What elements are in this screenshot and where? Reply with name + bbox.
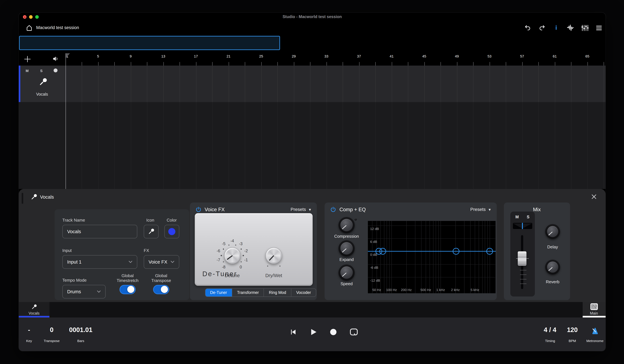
ruler-tick: [82, 62, 82, 65]
tempo-mode-label: Tempo Mode: [62, 278, 87, 283]
loop-button[interactable]: [349, 327, 359, 337]
playhead[interactable]: [65, 53, 66, 189]
ruler-tick: [277, 62, 278, 65]
expand-knob[interactable]: [338, 240, 355, 257]
voice-fx-presets-button[interactable]: Presets▼: [290, 207, 312, 212]
global-timestretch-toggle[interactable]: [120, 285, 136, 294]
track-color-button[interactable]: [164, 225, 179, 238]
vocals-tab-label: Vocals: [19, 311, 50, 315]
track-lane[interactable]: M S Vocals: [19, 65, 606, 102]
eq-freq-label: 100 Hz: [386, 288, 397, 291]
global-transpose-toggle[interactable]: [153, 285, 169, 294]
bars-value[interactable]: 0001.01: [69, 326, 93, 334]
detune-knob[interactable]: [224, 247, 240, 264]
volume-fader-handle[interactable]: [518, 251, 526, 266]
ruler-tick: [245, 62, 245, 65]
ruler-tick: [180, 62, 180, 65]
delay-knob[interactable]: [545, 224, 560, 239]
ruler-tick: [98, 62, 98, 65]
track-color-stripe: [19, 65, 20, 102]
active-tab-indicator: [19, 316, 50, 317]
pan-control[interactable]: [513, 223, 532, 229]
transport-footer: - Key 0 Transpose 0001.01 Bars 4 / 4 Tim…: [19, 317, 606, 351]
tab-main[interactable]: Main: [582, 302, 605, 317]
region-strip[interactable]: [19, 36, 280, 50]
lane-grid-1: [19, 65, 606, 102]
home-button[interactable]: [25, 24, 33, 32]
tempo-mode-select[interactable]: Drums: [62, 285, 106, 298]
tab-vocals[interactable]: Vocals: [19, 302, 50, 317]
track-name-input[interactable]: Vocals: [62, 225, 137, 238]
chevron-down-icon: [171, 260, 174, 263]
rewind-button[interactable]: [288, 327, 298, 337]
speed-knob[interactable]: [338, 264, 355, 281]
input-select[interactable]: Input 1: [62, 255, 137, 269]
eq-db-label: -12 dB: [370, 278, 380, 282]
ruler-tick: [261, 62, 261, 65]
detail-track-name: Vocals: [40, 194, 54, 200]
track-icon-button[interactable]: [144, 225, 158, 238]
knob-scale-label: -1: [244, 258, 248, 262]
ruler-tick: [212, 62, 212, 65]
fx-select[interactable]: Voice FX: [144, 255, 179, 269]
voice-fx-title: Voice FX: [205, 207, 225, 212]
knob-scale-label: 0: [240, 265, 242, 269]
solo-button[interactable]: S: [38, 68, 45, 73]
global-transpose-label: Global Transpose: [145, 273, 177, 283]
compression-knob[interactable]: [338, 217, 355, 233]
undo-button[interactable]: [524, 24, 532, 32]
add-track-button[interactable]: [23, 55, 32, 63]
ruler-tick: [457, 62, 457, 65]
tab-de-tuner[interactable]: De-Tuner: [205, 288, 232, 296]
bars-label: Bars: [77, 339, 84, 342]
reverb-knob[interactable]: [545, 260, 560, 274]
main-tab-label: Main: [582, 311, 605, 315]
close-icon[interactable]: [591, 193, 597, 200]
transpose-value[interactable]: 0: [50, 326, 53, 334]
ruler-tick: [408, 62, 408, 65]
key-value[interactable]: -: [28, 326, 30, 334]
tab-ring-mod[interactable]: Ring Mod: [264, 288, 291, 296]
ruler-tick: [392, 62, 392, 65]
eq-freq-label: 50 Hz: [372, 288, 381, 291]
window-title: Studio - Macworld test session: [19, 15, 606, 19]
arrange-background[interactable]: [19, 102, 606, 189]
eq-node[interactable]: [452, 248, 459, 255]
track-header[interactable]: M S Vocals: [19, 65, 65, 102]
knob-pointer: [335, 237, 358, 260]
info-button[interactable]: i: [552, 24, 560, 32]
speed-label: Speed: [340, 281, 353, 286]
reverb-label: Reverb: [546, 279, 559, 284]
mix-mute-button[interactable]: M: [516, 215, 519, 219]
tab-transformer[interactable]: Transformer: [232, 288, 264, 296]
tab-vocoder[interactable]: Vocoder: [291, 288, 316, 296]
main-toolbar: Macworld test session i: [19, 21, 606, 34]
drywet-knob[interactable]: [265, 247, 282, 264]
pan-left-triangle: [513, 224, 522, 228]
timing-value[interactable]: 4 / 4: [544, 326, 556, 334]
chevron-down-icon: [129, 260, 132, 263]
eq-node[interactable]: [486, 248, 493, 255]
bar-ruler[interactable]: 1591317212529333741454953576165: [65, 53, 606, 65]
bpm-value[interactable]: 120: [567, 326, 578, 334]
power-icon[interactable]: [330, 206, 336, 212]
ruler-tick: [375, 62, 376, 65]
power-icon[interactable]: [195, 206, 201, 212]
record-button[interactable]: [329, 327, 338, 337]
mute-button[interactable]: M: [24, 68, 31, 73]
ruler-label: 29: [292, 54, 296, 58]
eq-graph[interactable]: 18 dB12 dB6 dB0 dB-6 dB-12 dB50 Hz100 Hz…: [368, 221, 496, 293]
eq-node[interactable]: [379, 248, 386, 255]
mix-solo-button[interactable]: S: [527, 215, 529, 219]
record-enable-button[interactable]: [54, 68, 57, 72]
comp-eq-presets-button[interactable]: Presets▼: [470, 207, 492, 212]
menu-button[interactable]: [595, 24, 603, 32]
play-button[interactable]: [309, 327, 318, 337]
waveform-button[interactable]: [567, 24, 574, 32]
metronome-icon[interactable]: [590, 326, 600, 336]
master-volume-icon[interactable]: [52, 55, 59, 63]
redo-button[interactable]: [538, 24, 546, 32]
sliders-button[interactable]: [581, 24, 589, 32]
knob-pointer: [262, 244, 285, 267]
ruler-tick: [326, 62, 327, 65]
